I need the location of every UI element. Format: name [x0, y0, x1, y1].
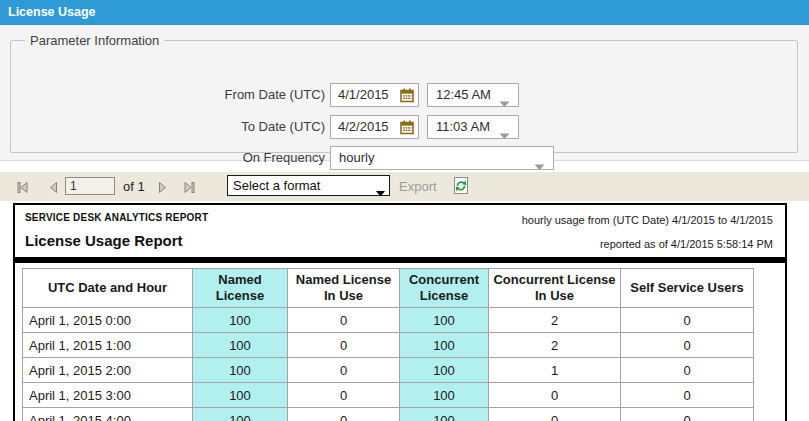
report-title: License Usage Report: [25, 232, 183, 249]
report-page: SERVICE DESK ANALYTICS REPORT License Us…: [13, 203, 787, 421]
frequency-label: On Frequency: [130, 146, 325, 170]
last-page-icon[interactable]: [183, 180, 196, 193]
table-row: April 1, 2015 1:00100010020: [23, 333, 754, 358]
chevron-down-icon: [499, 93, 510, 115]
format-select-value: Select a format: [233, 178, 320, 193]
next-page-icon[interactable]: [156, 180, 169, 193]
table-cell: 100: [193, 383, 288, 408]
title-bar: License Usage: [0, 0, 809, 25]
table-cell: 0: [621, 358, 754, 383]
table-cell: 100: [193, 308, 288, 333]
frequency-row: On Frequency hourly: [0, 146, 809, 170]
frequency-value: hourly: [339, 150, 374, 165]
table-cell: April 1, 2015 4:00: [23, 408, 193, 421]
table-cell: 100: [400, 308, 489, 333]
frequency-select[interactable]: hourly: [330, 146, 554, 170]
column-header: Concurrent License In Use: [489, 269, 621, 308]
from-time-value: 12:45 AM: [436, 87, 491, 102]
table-cell: 0: [489, 408, 621, 421]
table-cell: 0: [621, 308, 754, 333]
to-time-value: 11:03 AM: [436, 119, 490, 134]
reported-as-of-line: reported as of 4/1/2015 5:58:14 PM: [600, 238, 773, 250]
page-number-input[interactable]: 1: [65, 177, 115, 195]
report-table: UTC Date and HourNamed LicenseNamed Lice…: [22, 268, 754, 421]
table-cell: 0: [288, 383, 400, 408]
column-header: Named License: [193, 269, 288, 308]
table-cell: 0: [621, 333, 754, 358]
chevron-down-icon: [376, 183, 385, 202]
table-cell: 100: [400, 408, 489, 421]
table-cell: 0: [288, 333, 400, 358]
from-date-input[interactable]: 4/1/2015: [330, 83, 419, 107]
to-date-input[interactable]: 4/2/2015: [330, 115, 419, 139]
to-date-value: 4/2/2015: [338, 119, 389, 134]
parameter-section: Parameter Information From Date (UTC) 4/…: [0, 25, 809, 161]
to-date-label: To Date (UTC): [130, 115, 325, 139]
report-header: SERVICE DESK ANALYTICS REPORT License Us…: [15, 205, 785, 257]
table-cell: 0: [288, 308, 400, 333]
calendar-icon[interactable]: [400, 88, 414, 110]
export-link[interactable]: Export: [399, 172, 437, 201]
table-cell: April 1, 2015 2:00: [23, 358, 193, 383]
previous-page-icon[interactable]: [47, 180, 60, 193]
report-table-head-row: UTC Date and HourNamed LicenseNamed Lice…: [23, 269, 754, 308]
table-cell: 0: [621, 408, 754, 421]
report-divider: [15, 257, 785, 263]
column-header: Self Service Users: [621, 269, 754, 308]
table-row: April 1, 2015 0:00100010020: [23, 308, 754, 333]
table-cell: 0: [288, 358, 400, 383]
table-cell: 100: [400, 333, 489, 358]
to-time-select[interactable]: 11:03 AM: [427, 115, 519, 139]
page-count-label: of 1: [123, 172, 145, 201]
page-title: License Usage: [0, 0, 809, 25]
table-cell: April 1, 2015 1:00: [23, 333, 193, 358]
table-cell: 2: [489, 333, 621, 358]
from-time-select[interactable]: 12:45 AM: [427, 83, 519, 107]
usage-range-line: hourly usage from (UTC Date) 4/1/2015 to…: [522, 214, 773, 226]
license-usage-screen: License Usage Parameter Information From…: [0, 0, 809, 421]
column-header: Named License In Use: [288, 269, 400, 308]
chevron-down-icon: [499, 125, 510, 147]
table-cell: 0: [288, 408, 400, 421]
to-date-row: To Date (UTC) 4/2/2015 11:03 AM: [0, 115, 809, 139]
table-cell: 100: [193, 408, 288, 421]
table-row: April 1, 2015 3:00100010000: [23, 383, 754, 408]
from-date-label: From Date (UTC): [130, 83, 325, 107]
first-page-icon[interactable]: [16, 180, 29, 193]
table-cell: 0: [621, 383, 754, 408]
column-header: Concurrent License: [400, 269, 489, 308]
from-date-row: From Date (UTC) 4/1/2015 12:45 AM: [0, 83, 809, 107]
table-cell: 0: [489, 383, 621, 408]
table-cell: 2: [489, 308, 621, 333]
table-cell: 100: [400, 383, 489, 408]
table-cell: 100: [193, 333, 288, 358]
table-row: April 1, 2015 4:00100010000: [23, 408, 754, 421]
table-cell: 100: [400, 358, 489, 383]
table-cell: April 1, 2015 0:00: [23, 308, 193, 333]
report-toolbar: 1 of 1 Select a format Export: [0, 172, 809, 201]
report-brand-line: SERVICE DESK ANALYTICS REPORT: [25, 212, 208, 223]
from-date-value: 4/1/2015: [338, 87, 389, 102]
table-row: April 1, 2015 2:00100010010: [23, 358, 754, 383]
table-cell: 100: [193, 358, 288, 383]
column-header: UTC Date and Hour: [23, 269, 193, 308]
table-cell: April 1, 2015 3:00: [23, 383, 193, 408]
table-cell: 1: [489, 358, 621, 383]
refresh-icon[interactable]: [452, 176, 474, 198]
format-select[interactable]: Select a format: [227, 175, 390, 196]
calendar-icon[interactable]: [400, 120, 414, 142]
parameter-fieldset-legend: Parameter Information: [25, 33, 164, 48]
report-table-body: April 1, 2015 0:00100010020April 1, 2015…: [23, 308, 754, 421]
